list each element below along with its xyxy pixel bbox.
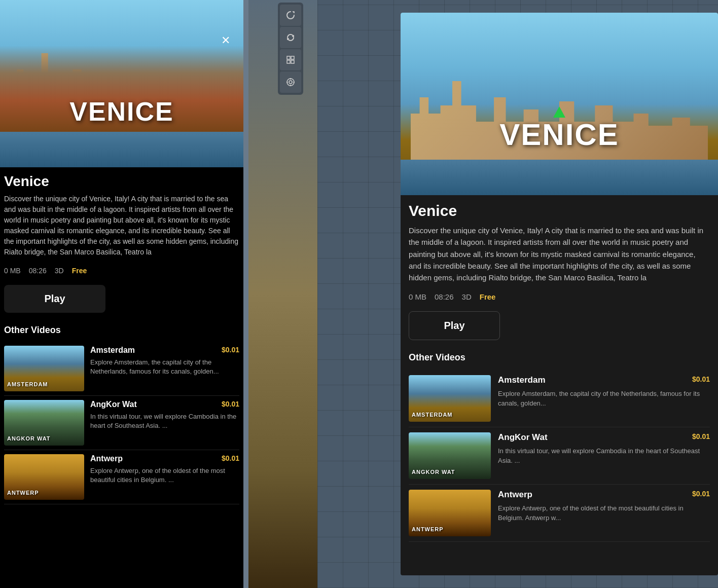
video-title-row-amsterdam-left: Amsterdam $0.01 xyxy=(90,346,239,355)
right-preview-panel[interactable]: VENICE Venice Discover the unique city o… xyxy=(401,13,718,575)
video-info-angkor-right: AngKor Wat $0.01 In this virtual tour, w… xyxy=(498,432,710,479)
video-desc-amsterdam-left: Explore Amsterdam, the capital city of t… xyxy=(90,358,239,376)
hero-image-left: VENICE xyxy=(0,0,243,167)
video-desc-antwerp-right: Explore Antwerp, one of the oldest of th… xyxy=(498,504,710,523)
play-button-left[interactable]: Play xyxy=(4,285,105,313)
video-info-angkor-left: AngKor Wat $0.01 In this virtual tour, w… xyxy=(90,400,239,446)
content-area-left[interactable]: Venice Discover the unique city of Venic… xyxy=(0,167,243,588)
target-icon xyxy=(285,77,296,87)
video-title-angkor-left: AngKor Wat xyxy=(90,400,137,409)
venice-water-left xyxy=(0,132,243,167)
other-videos-label-right: Other Videos xyxy=(409,348,710,370)
format-right: 3D xyxy=(462,292,472,301)
video-desc-amsterdam-right: Explore Amsterdam, the capital city of t… xyxy=(498,389,710,409)
svg-point-5 xyxy=(289,81,292,84)
toolbar xyxy=(278,3,303,95)
svg-rect-0 xyxy=(287,56,290,59)
format-left: 3D xyxy=(55,267,64,275)
thumb-angkor-right: ANGKOR WAT xyxy=(409,432,491,479)
video-title-row-angkor-left: AngKor Wat $0.01 xyxy=(90,400,239,409)
video-item-amsterdam-left[interactable]: AMSTERDAM Amsterdam $0.01 Explore Amster… xyxy=(4,342,239,396)
target-tool-button[interactable] xyxy=(280,71,301,93)
video-title-row-antwerp-left: Antwerp $0.01 xyxy=(90,454,239,463)
video-info-antwerp-right: Antwerp $0.01 Explore Antwerp, one of th… xyxy=(498,490,710,536)
thumb-label-angkor-right: ANGKOR WAT xyxy=(412,469,455,475)
video-title-row-amsterdam-right: Amsterdam $0.01 xyxy=(498,375,710,385)
other-videos-label-left: Other Videos xyxy=(4,321,239,342)
video-title-antwerp-left: Antwerp xyxy=(90,454,123,463)
video-price-antwerp-left: $0.01 xyxy=(222,454,239,462)
close-button[interactable]: ✕ xyxy=(218,33,233,48)
video-desc-angkor-left: In this virtual tour, we will explore Ca… xyxy=(90,412,239,430)
file-size-right: 0 MB xyxy=(409,292,426,301)
thumb-label-angkor-left: ANGKOR WAT xyxy=(7,435,51,442)
video-price-angkor-left: $0.01 xyxy=(222,400,239,408)
refresh-tool-button[interactable] xyxy=(280,27,301,48)
video-item-amsterdam-right[interactable]: AMSTERDAM Amsterdam $0.01 Explore Amster… xyxy=(409,370,710,427)
video-item-angkor-right[interactable]: ANGKOR WAT AngKor Wat $0.01 In this virt… xyxy=(409,427,710,485)
refresh-icon xyxy=(285,32,296,43)
left-phone-panel: ✕ VENICE Venice Discover the unique city… xyxy=(0,0,243,588)
svg-rect-3 xyxy=(291,60,294,63)
video-title-amsterdam-right: Amsterdam xyxy=(498,375,546,385)
thumb-label-amsterdam-left: AMSTERDAM xyxy=(7,381,48,387)
video-price-amsterdam-left: $0.01 xyxy=(222,346,239,354)
video-title-antwerp-right: Antwerp xyxy=(498,490,532,500)
meta-info-left: 0 MB 08:26 3D Free xyxy=(4,263,239,279)
rotate-icon xyxy=(285,10,296,20)
thumb-antwerp-left: ANTWERP xyxy=(4,454,84,500)
grid-tool-button[interactable] xyxy=(280,49,301,70)
city-title-left: Venice xyxy=(4,167,239,194)
venice-water-right xyxy=(401,160,718,195)
video-item-antwerp-right[interactable]: ANTWERP Antwerp $0.01 Explore Antwerp, o… xyxy=(409,485,710,542)
description-left: Discover the unique city of Venice, Ital… xyxy=(4,194,239,263)
video-info-antwerp-left: Antwerp $0.01 Explore Antwerp, one of th… xyxy=(90,454,239,500)
description-right: Discover the unique city of Venice, Ital… xyxy=(409,225,710,288)
grid-icon xyxy=(285,55,296,65)
thumb-amsterdam-right: AMSTERDAM xyxy=(409,375,491,422)
thumb-label-antwerp-left: ANTWERP xyxy=(7,490,39,496)
venice-hero-title-right: VENICE xyxy=(499,117,619,152)
video-price-angkor-right: $0.01 xyxy=(692,432,710,440)
video-title-angkor-right: AngKor Wat xyxy=(498,432,548,443)
duration-right: 08:26 xyxy=(435,292,454,301)
thumb-angkor-left: ANGKOR WAT xyxy=(4,400,84,446)
svg-point-4 xyxy=(287,79,294,86)
video-info-amsterdam-right: Amsterdam $0.01 Explore Amsterdam, the c… xyxy=(498,375,710,422)
video-item-antwerp-left[interactable]: ANTWERP Antwerp $0.01 Explore Antwerp, o… xyxy=(4,450,239,504)
video-price-amsterdam-right: $0.01 xyxy=(692,375,710,383)
hero-image-right: VENICE xyxy=(401,13,718,195)
svg-rect-2 xyxy=(287,60,290,63)
play-button-right[interactable]: Play xyxy=(409,311,500,340)
rotate-tool-button[interactable] xyxy=(280,5,301,26)
city-title-right: Venice xyxy=(409,195,710,225)
video-title-row-angkor-right: AngKor Wat $0.01 xyxy=(498,432,710,443)
thumb-label-antwerp-right: ANTWERP xyxy=(412,526,444,532)
right-content-area: Venice Discover the unique city of Venic… xyxy=(401,195,718,542)
video-info-amsterdam-left: Amsterdam $0.01 Explore Amsterdam, the c… xyxy=(90,346,239,391)
video-price-antwerp-right: $0.01 xyxy=(692,490,710,498)
file-size-left: 0 MB xyxy=(4,267,21,275)
price-left: Free xyxy=(72,267,87,275)
thumb-label-amsterdam-right: AMSTERDAM xyxy=(412,412,453,418)
price-right: Free xyxy=(480,292,496,301)
video-item-angkor-left[interactable]: ANGKOR WAT AngKor Wat $0.01 In this virt… xyxy=(4,396,239,450)
thumb-antwerp-right: ANTWERP xyxy=(409,490,491,536)
video-title-amsterdam-left: Amsterdam xyxy=(90,346,135,355)
video-desc-angkor-right: In this virtual tour, we will explore Ca… xyxy=(498,447,710,466)
duration-left: 08:26 xyxy=(29,267,47,275)
venice-hero-title-left: VENICE xyxy=(69,96,174,127)
svg-rect-1 xyxy=(291,56,294,59)
meta-info-right: 0 MB 08:26 3D Free xyxy=(409,288,710,305)
thumb-amsterdam-left: AMSTERDAM xyxy=(4,346,84,391)
green-triangle-indicator xyxy=(553,106,565,118)
video-desc-antwerp-left: Explore Antwerp, one of the oldest of th… xyxy=(90,466,239,485)
video-title-row-antwerp-right: Antwerp $0.01 xyxy=(498,490,710,500)
